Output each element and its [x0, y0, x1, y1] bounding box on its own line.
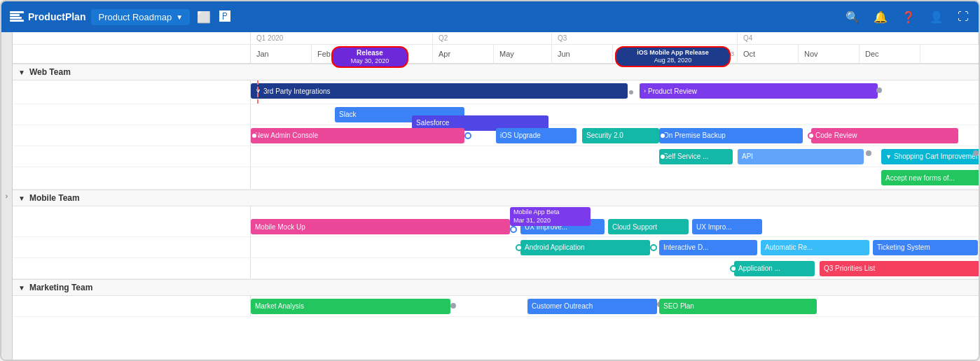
- bar-seo-plan[interactable]: SEO Plan: [659, 299, 817, 314]
- bar-product-review[interactable]: › Product Review: [640, 83, 878, 99]
- bar-mobile-mockup[interactable]: Mobile Mock Up: [251, 219, 510, 234]
- mobile-app-beta-badge[interactable]: Mobile App BetaMar 31, 2020: [510, 207, 591, 226]
- timeline-content: Q1 2020 Q2 Q3 Q4: [13, 32, 979, 360]
- web-team-label: Web Team: [29, 67, 71, 77]
- month-nov: Nov: [799, 45, 860, 63]
- gantt-canvas: Mobile App BetaMar 31, 2020 Mobile Mock …: [251, 206, 979, 236]
- timeline-header: Q1 2020 Q2 Q3 Q4: [13, 32, 979, 64]
- bar-q3-priorities[interactable]: Q3 Priorities List: [820, 261, 979, 276]
- month-jan: Jan: [251, 45, 312, 63]
- toggle-arrow-icon: ›: [6, 192, 8, 200]
- month-jun: Jun: [552, 45, 613, 63]
- gantt-canvas: Accept new forms of...: [251, 167, 979, 189]
- gantt-canvas: Application ... Q3 Priorities List: [251, 258, 979, 279]
- release-date: May 30, 2020: [340, 57, 400, 65]
- web-team-header: ▼ Web Team: [13, 64, 979, 80]
- month-apr: Apr: [433, 45, 494, 63]
- nav-right-icons: 🔍 🔔 ❓ 👤 ⛶: [844, 9, 970, 25]
- table-row: Android Application Interactive D... Aut…: [13, 237, 979, 258]
- mobile-team-label: Mobile Team: [29, 193, 80, 203]
- side-panel-toggle[interactable]: ›: [1, 32, 13, 360]
- copy-icon[interactable]: ⬜: [195, 9, 212, 25]
- bar-customer-outreach[interactable]: Customer Outreach: [527, 299, 657, 314]
- nav-logo: ProductPlan: [10, 11, 85, 22]
- bar-api-end: [866, 150, 871, 156]
- timeline-body: ▼ Web Team ▼ 3rd Party Integrations: [13, 64, 979, 360]
- roadmap-dropdown[interactable]: Product Roadmap ▼: [91, 9, 190, 25]
- bar-endpoint: [876, 87, 882, 93]
- bar-automatic[interactable]: Automatic Re...: [761, 240, 869, 255]
- row-label: [13, 167, 251, 189]
- bar-cloud-support[interactable]: Cloud Support: [608, 219, 689, 234]
- save-icon[interactable]: 🅿: [218, 9, 232, 24]
- bar-ios-upgrade[interactable]: iOS Upgrade: [496, 128, 577, 143]
- dot-mid: [659, 132, 666, 139]
- ios-release-milestone[interactable]: iOS Mobile App Release Aug 28, 2020: [615, 46, 731, 67]
- search-icon[interactable]: 🔍: [844, 9, 861, 25]
- quarter-row: Q1 2020 Q2 Q3 Q4: [13, 32, 979, 45]
- dot-android: [516, 244, 523, 251]
- marketing-team-label: Marketing Team: [29, 283, 92, 292]
- ios-release-date: Aug 28, 2020: [623, 57, 722, 64]
- row-label: [13, 104, 251, 125]
- web-team-chevron[interactable]: ▼: [18, 69, 25, 76]
- table-row: Slack Salesforce: [13, 104, 979, 125]
- top-nav: ProductPlan Product Roadmap ▼ ⬜ 🅿 🔍 🔔 ❓ …: [1, 1, 979, 32]
- dot-app: [730, 265, 737, 272]
- q3-label: Q3: [552, 32, 738, 44]
- bar-cart-end: [973, 150, 979, 156]
- row-label: [13, 206, 251, 236]
- table-row: Self Service ... API ▼ Shopping Cart Imp…: [13, 146, 979, 167]
- bar-market-analysis[interactable]: Market Analysis: [251, 299, 450, 314]
- mobile-team-chevron[interactable]: ▼: [18, 194, 25, 202]
- bell-icon[interactable]: 🔔: [872, 9, 889, 25]
- gantt-canvas: ▼ 3rd Party Integrations › Product Revie…: [251, 80, 979, 104]
- dot-mid2: [808, 132, 815, 139]
- today-line: [257, 80, 258, 104]
- bar-application[interactable]: Application ...: [734, 261, 815, 276]
- bar-new-admin[interactable]: New Admin Console: [251, 128, 464, 143]
- month-dec: Dec: [860, 45, 920, 63]
- month-oct: Oct: [738, 45, 799, 63]
- bar-security[interactable]: Security 2.0: [582, 128, 659, 143]
- table-row: Mobile App BetaMar 31, 2020 Mobile Mock …: [13, 206, 979, 237]
- marketing-team-header: ▼ Marketing Team: [13, 279, 979, 296]
- row-label: [13, 296, 251, 316]
- q2-label: Q2: [433, 32, 552, 44]
- month-row: Jan Feb Mar Apr May Release May 30, 2020…: [13, 45, 979, 63]
- ios-release-label: iOS Mobile App Release: [623, 49, 722, 57]
- bar-api[interactable]: API: [738, 149, 864, 164]
- roadmap-name: Product Roadmap: [98, 12, 172, 22]
- dot-self: [659, 153, 666, 160]
- marketing-team-chevron[interactable]: ▼: [18, 284, 25, 292]
- release-milestone[interactable]: Release May 30, 2020: [331, 46, 408, 68]
- bar-interactive[interactable]: Interactive D...: [659, 240, 757, 255]
- user-icon[interactable]: 👤: [928, 9, 945, 25]
- endpoint-dot: [628, 89, 635, 96]
- q1-label: Q1 2020: [251, 32, 433, 44]
- bar-accept-forms[interactable]: Accept new forms of...: [881, 170, 979, 185]
- q4-label: Q4: [738, 32, 979, 44]
- bar-shopping-cart[interactable]: ▼ Shopping Cart Improvements: [881, 149, 979, 164]
- help-icon[interactable]: ❓: [900, 9, 917, 25]
- productplan-logo-icon: [10, 11, 24, 22]
- bar-ux-improve2[interactable]: UX Impro...: [692, 219, 762, 234]
- row-label: [13, 258, 251, 278]
- bar-ticketing[interactable]: Ticketing System: [873, 240, 978, 255]
- dot-mobile: [510, 226, 517, 233]
- table-row: Accept new forms of...: [13, 167, 979, 190]
- bar-android[interactable]: Android Application: [520, 240, 650, 255]
- main-area: › Q1 2020 Q2 Q3: [1, 32, 979, 360]
- dot-end: [464, 132, 471, 139]
- fullscreen-icon[interactable]: ⛶: [956, 9, 970, 24]
- app-wrapper: ProductPlan Product Roadmap ▼ ⬜ 🅿 🔍 🔔 ❓ …: [0, 0, 980, 361]
- bar-code-review[interactable]: Code Review: [811, 128, 958, 143]
- bar-on-premise[interactable]: On Premise Backup: [659, 128, 803, 143]
- bar-3rd-party[interactable]: ▼ 3rd Party Integrations: [251, 83, 628, 99]
- release-label: Release: [340, 49, 400, 57]
- dot-android-end: [650, 244, 657, 251]
- bar-self-service[interactable]: Self Service ...: [659, 149, 733, 164]
- dot-start: [251, 132, 258, 139]
- row-label: [13, 80, 251, 104]
- gantt-canvas: Android Application Interactive D... Aut…: [251, 237, 979, 258]
